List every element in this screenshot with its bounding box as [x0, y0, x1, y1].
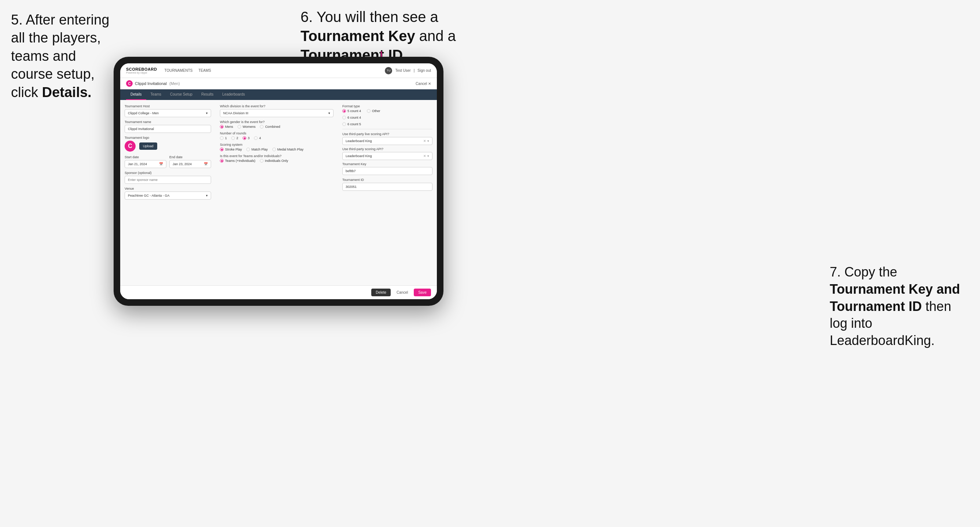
rounds-4[interactable]: 4 — [254, 136, 261, 140]
scoring-match[interactable]: Match Play — [246, 148, 268, 151]
start-date-input[interactable]: Jan 21, 2024 📅 — [125, 160, 166, 168]
middle-column: Which division is the event for? NCAA Di… — [215, 100, 338, 285]
right-column: Format type 5 count 4 6 count 4 — [338, 100, 437, 285]
name-input[interactable] — [125, 125, 211, 133]
user-name: Test User — [395, 68, 410, 73]
annotation-bottom-right: 7. Copy the Tournament Key and Tournamen… — [830, 264, 969, 349]
scoring-medal[interactable]: Medal Match Play — [272, 148, 304, 151]
sign-out-link[interactable]: Sign out — [417, 68, 431, 73]
venue-label: Venue — [125, 187, 211, 190]
rounds-3[interactable]: 3 — [243, 136, 250, 140]
tab-course-setup[interactable]: Course Setup — [165, 89, 197, 100]
format-col-right: Other — [367, 109, 380, 126]
delete-button[interactable]: Delete — [371, 289, 391, 296]
end-label: End date — [169, 155, 211, 159]
end-date-input[interactable]: Jan 23, 2024 📅 — [169, 160, 211, 168]
division-select[interactable]: NCAA Division III ▾ — [220, 109, 334, 117]
tab-bar: Details Teams Course Setup Results Leade… — [120, 89, 437, 100]
format-6count4[interactable]: 6 count 4 — [342, 116, 361, 119]
id-label: Tournament ID — [342, 178, 433, 182]
annotation-left: 5. After entering all the players, teams… — [11, 11, 114, 102]
gender-radio-group: Mens Womens Combined — [220, 125, 334, 129]
start-date-field: Start date Jan 21, 2024 📅 — [125, 155, 166, 168]
logo-label: Tournament logo — [125, 136, 211, 140]
rounds-label: Number of rounds — [220, 132, 334, 135]
format-other[interactable]: Other — [367, 109, 380, 113]
api2-label: Use third-party scoring API? — [342, 147, 433, 151]
sponsor-input[interactable] — [125, 176, 211, 184]
date-row: Start date Jan 21, 2024 📅 End date Jan 2… — [125, 155, 211, 168]
rounds-radio-group: 1 2 3 4 — [220, 136, 334, 140]
brand-sub: Powered by clippd — [126, 71, 157, 74]
host-select[interactable]: Clippd College - Men ▾ — [125, 109, 211, 117]
save-button[interactable]: Save — [414, 289, 431, 296]
format-5count4[interactable]: 5 count 4 — [342, 109, 361, 113]
nav-teams[interactable]: TEAMS — [199, 68, 211, 73]
scoring-radio-group: Stroke Play Match Play Medal Match Play — [220, 148, 334, 151]
gender-mens[interactable]: Mens — [220, 125, 233, 129]
venue-select[interactable]: Peachtree GC - Atlanta - GA ▾ — [125, 192, 211, 200]
gender-label: Which gender is the event for? — [220, 120, 334, 124]
breadcrumb-title: Clippd Invitational (Men) — [135, 81, 180, 86]
tab-details[interactable]: Details — [126, 89, 146, 100]
brand-title: SCOREBOARD — [126, 67, 157, 71]
start-label: Start date — [125, 155, 166, 159]
calendar-icon: 📅 — [159, 162, 163, 166]
tab-leaderboards[interactable]: Leaderboards — [218, 89, 250, 100]
top-nav: SCOREBOARD Powered by clippd TOURNAMENTS… — [120, 63, 437, 78]
tournament-id-value: 302051 — [342, 183, 433, 191]
rounds-2[interactable]: 2 — [231, 136, 238, 140]
gender-womens[interactable]: Womens — [237, 125, 255, 129]
tablet-screen: SCOREBOARD Powered by clippd TOURNAMENTS… — [120, 63, 437, 299]
teams-label: Is this event for Teams and/or Individua… — [220, 154, 334, 158]
action-bar: Delete Cancel Save — [120, 285, 437, 299]
breadcrumb-cancel[interactable]: Cancel ✕ — [415, 82, 431, 86]
main-content: Tournament Host Clippd College - Men ▾ T… — [120, 100, 437, 285]
api1-clear-button[interactable]: ✕ ▾ — [423, 139, 429, 143]
gender-combined[interactable]: Combined — [260, 125, 280, 129]
annotation-top-right: 6. You will then see a Tournament Key an… — [301, 7, 491, 65]
host-label: Tournament Host — [125, 105, 211, 108]
teams-radio-group: Teams (+Individuals) Individuals Only — [220, 159, 334, 163]
nav-links: TOURNAMENTS TEAMS — [164, 68, 385, 73]
logo-upload-row: C Upload — [125, 141, 211, 152]
format-6count5[interactable]: 6 count 5 — [342, 122, 361, 126]
rounds-1[interactable]: 1 — [220, 136, 227, 140]
sponsor-label: Sponsor (optional) — [125, 171, 211, 175]
nav-tournaments[interactable]: TOURNAMENTS — [164, 68, 192, 73]
cancel-button[interactable]: Cancel — [394, 289, 411, 296]
user-avatar: TU — [385, 67, 392, 75]
tab-teams[interactable]: Teams — [146, 89, 165, 100]
api1-input[interactable]: Leaderboard King ✕ ▾ — [342, 137, 433, 145]
name-label: Tournament name — [125, 120, 211, 124]
api2-input[interactable]: Leaderboard King ✕ ▾ — [342, 152, 433, 160]
format-label: Format type — [342, 105, 433, 108]
tablet-device: SCOREBOARD Powered by clippd TOURNAMENTS… — [114, 57, 444, 306]
tab-results[interactable]: Results — [197, 89, 218, 100]
nav-separator: | — [414, 68, 415, 73]
upload-button[interactable]: Upload — [139, 143, 157, 150]
format-section: 5 count 4 6 count 4 6 count 5 — [342, 109, 433, 126]
breadcrumb-left: C Clippd Invitational (Men) — [126, 80, 180, 87]
teams-individuals[interactable]: Individuals Only — [260, 159, 288, 163]
calendar-icon-end: 📅 — [204, 162, 208, 166]
nav-right: TU Test User | Sign out — [385, 67, 431, 75]
scoring-label: Scoring system — [220, 143, 334, 146]
api1-label: Use third-party live scoring API? — [342, 132, 433, 136]
divider-1 — [342, 129, 433, 129]
left-column: Tournament Host Clippd College - Men ▾ T… — [120, 100, 215, 285]
tournament-key-value: bef8b7 — [342, 167, 433, 175]
breadcrumb-bar: C Clippd Invitational (Men) Cancel ✕ — [120, 78, 437, 89]
teams-teams[interactable]: Teams (+Individuals) — [220, 159, 255, 163]
tournament-logo-small: C — [126, 80, 133, 87]
brand: SCOREBOARD Powered by clippd — [126, 67, 157, 74]
logo-preview: C — [125, 141, 135, 152]
scoring-stroke[interactable]: Stroke Play — [220, 148, 242, 151]
format-col-left: 5 count 4 6 count 4 6 count 5 — [342, 109, 361, 126]
key-label: Tournament Key — [342, 162, 433, 166]
end-date-field: End date Jan 23, 2024 📅 — [169, 155, 211, 168]
api2-clear-button[interactable]: ✕ ▾ — [423, 154, 429, 158]
division-label: Which division is the event for? — [220, 105, 334, 108]
